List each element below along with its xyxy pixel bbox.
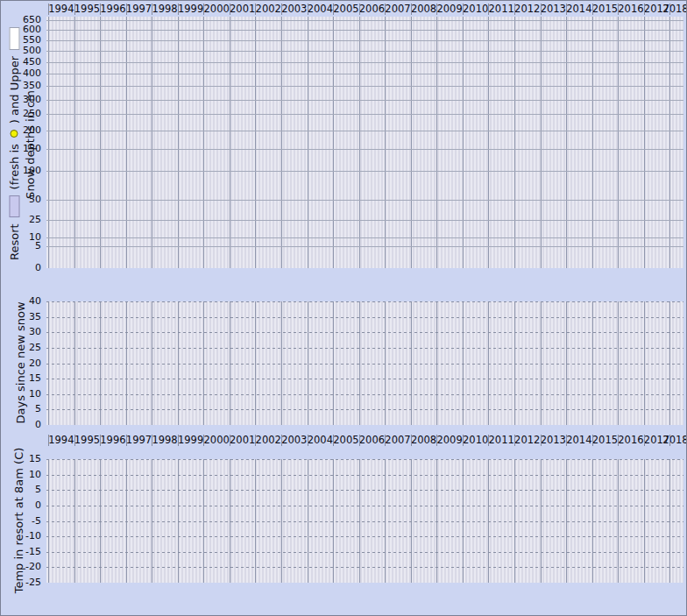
chart-canvas — [1, 1, 687, 616]
snow-history-chart: Resort (fresh is ) and Upper Snow depths… — [0, 0, 687, 616]
